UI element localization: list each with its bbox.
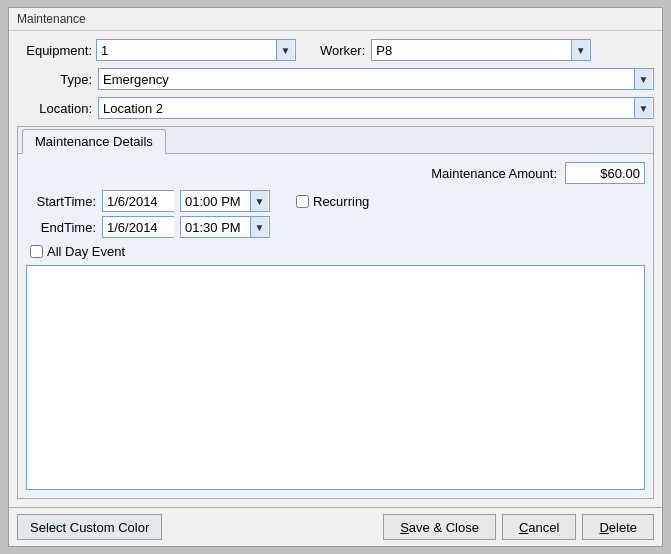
dialog-title: Maintenance [9,8,662,31]
location-select[interactable]: Location 2 Location 1 [98,97,654,119]
type-row: Type: Emergency Routine Preventive ▼ [17,68,654,90]
delete-label: Delete [599,520,637,535]
tab-content: Maintenance Amount: StartTime: 01:00 PM … [18,154,653,498]
tab-header: Maintenance Details [18,127,653,154]
cancel-label: Cancel [519,520,559,535]
equipment-select-wrapper: 1 2 ▼ [96,39,296,61]
location-label: Location: [17,101,92,116]
maintenance-amount-input[interactable] [565,162,645,184]
equipment-select[interactable]: 1 2 [96,39,296,61]
maintenance-dialog: Maintenance Equipment: 1 2 ▼ Worker: P8 … [8,7,663,547]
maintenance-amount-row: Maintenance Amount: [26,162,645,184]
start-time-row: StartTime: 01:00 PM 02:00 PM ▼ Recurring [26,190,645,212]
type-label: Type: [17,72,92,87]
end-time-label: EndTime: [26,220,96,235]
tab-section: Maintenance Details Maintenance Amount: … [17,126,654,499]
start-time-select-wrapper: 01:00 PM 02:00 PM ▼ [180,190,270,212]
type-select[interactable]: Emergency Routine Preventive [98,68,654,90]
location-row: Location: Location 2 Location 1 ▼ [17,97,654,119]
notes-textarea-area [26,265,645,490]
worker-label: Worker: [320,43,365,58]
start-date-input[interactable] [102,190,174,212]
dialog-body: Equipment: 1 2 ▼ Worker: P8 P1 ▼ [9,31,662,507]
recurring-section: Recurring [296,194,369,209]
save-close-button[interactable]: Save & Close [383,514,496,540]
type-select-wrapper: Emergency Routine Preventive ▼ [98,68,654,90]
start-time-select[interactable]: 01:00 PM 02:00 PM [180,190,270,212]
end-time-row: EndTime: 01:30 PM 02:30 PM ▼ [26,216,645,238]
cancel-button[interactable]: Cancel [502,514,576,540]
worker-select-wrapper: P8 P1 ▼ [371,39,591,61]
delete-button[interactable]: Delete [582,514,654,540]
worker-select[interactable]: P8 P1 [371,39,591,61]
tab-maintenance-details[interactable]: Maintenance Details [22,129,166,154]
dialog-footer: Select Custom Color Save & Close Cancel … [9,507,662,546]
maintenance-amount-label: Maintenance Amount: [431,166,557,181]
end-time-select[interactable]: 01:30 PM 02:30 PM [180,216,270,238]
all-day-checkbox[interactable] [30,245,43,258]
start-time-label: StartTime: [26,194,96,209]
recurring-label: Recurring [313,194,369,209]
save-close-label: Save & Close [400,520,479,535]
end-time-select-wrapper: 01:30 PM 02:30 PM ▼ [180,216,270,238]
location-select-wrapper: Location 2 Location 1 ▼ [98,97,654,119]
notes-textarea[interactable] [27,266,644,489]
all-day-label: All Day Event [47,244,125,259]
select-custom-color-button[interactable]: Select Custom Color [17,514,162,540]
end-date-input[interactable] [102,216,174,238]
equipment-worker-row: Equipment: 1 2 ▼ Worker: P8 P1 ▼ [17,39,654,61]
all-day-row: All Day Event [30,244,645,259]
worker-section: Worker: P8 P1 ▼ [320,39,591,61]
recurring-checkbox[interactable] [296,195,309,208]
equipment-label: Equipment: [17,43,92,58]
